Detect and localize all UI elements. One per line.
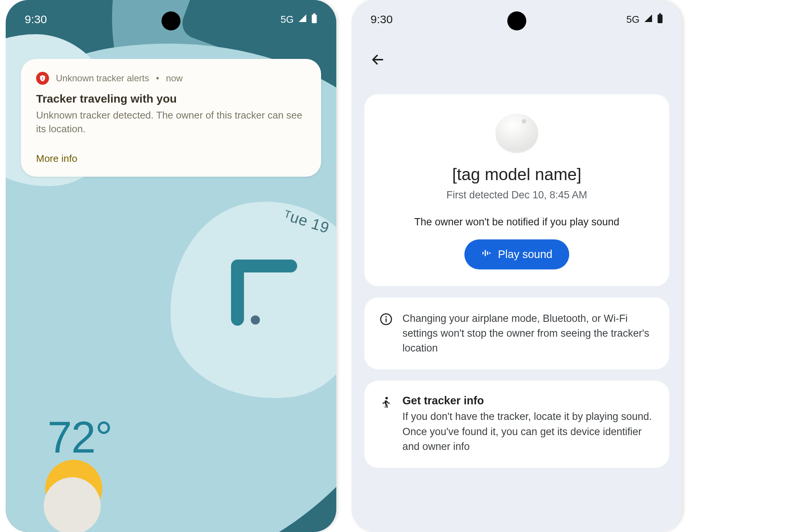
weather-widget[interactable]: 72° xyxy=(48,412,112,517)
tracker-detail-screen: [tag model name] First detected Dec 10, … xyxy=(352,0,682,532)
battery-icon xyxy=(657,13,663,26)
camera-hole xyxy=(507,11,526,30)
svg-point-9 xyxy=(522,119,526,124)
alert-shield-icon xyxy=(36,72,49,85)
clock-date: Tue 19 xyxy=(282,206,331,237)
tag-first-detected: First detected Dec 10, 8:45 AM xyxy=(446,189,587,201)
svg-rect-11 xyxy=(485,250,486,256)
notification-title: Tracker traveling with you xyxy=(36,92,306,105)
info-icon xyxy=(380,313,393,326)
svg-rect-1 xyxy=(313,13,315,14)
notification-header: Unknown tracker alerts • now xyxy=(36,72,306,85)
more-info-button[interactable]: More info xyxy=(36,153,77,165)
play-sound-label: Play sound xyxy=(498,248,553,261)
tag-card: [tag model name] First detected Dec 10, … xyxy=(364,94,669,286)
camera-hole xyxy=(162,11,180,30)
svg-point-2 xyxy=(42,79,43,80)
tag-privacy-note: The owner won't be notified if you play … xyxy=(414,216,619,228)
clock-hand-icon xyxy=(218,243,302,327)
separator-dot: • xyxy=(156,73,159,84)
status-right: 5G xyxy=(280,13,317,26)
phone-left: 9:30 5G Unknown tracker alerts • now Tra… xyxy=(6,0,336,532)
signal-icon xyxy=(298,14,307,25)
arrow-left-icon xyxy=(370,52,385,67)
svg-rect-0 xyxy=(312,14,317,23)
status-right: 5G xyxy=(626,13,663,26)
svg-rect-4 xyxy=(658,14,663,23)
back-button[interactable] xyxy=(370,52,385,68)
svg-point-17 xyxy=(385,397,388,400)
walking-person-icon xyxy=(380,396,393,409)
tracker-notification[interactable]: Unknown tracker alerts • now Tracker tra… xyxy=(21,59,321,177)
network-label: 5G xyxy=(280,14,294,25)
svg-rect-15 xyxy=(386,318,387,322)
sound-wave-icon xyxy=(481,248,492,261)
svg-point-16 xyxy=(385,316,387,318)
weather-temp: 72° xyxy=(48,412,112,463)
signal-icon xyxy=(643,14,653,25)
info-card-settings: Changing your airplane mode, Bluetooth, … xyxy=(364,298,669,369)
play-sound-button[interactable]: Play sound xyxy=(464,239,569,269)
svg-rect-3 xyxy=(42,77,43,79)
battery-icon xyxy=(311,13,317,26)
get-tracker-info-card[interactable]: Get tracker info If you don't have the t… xyxy=(364,381,669,467)
network-label: 5G xyxy=(626,14,640,25)
svg-rect-5 xyxy=(659,13,661,14)
clock-widget[interactable]: Tue 19 xyxy=(169,198,336,395)
sun-icon xyxy=(45,460,102,517)
notification-app: Unknown tracker alerts xyxy=(56,73,149,84)
info-text: If you don't have the tracker, locate it… xyxy=(402,409,654,454)
info-text: Changing your airplane mode, Bluetooth, … xyxy=(402,311,654,356)
notification-body: Unknown tracker detected. The owner of t… xyxy=(36,108,306,136)
svg-rect-10 xyxy=(483,252,484,255)
status-time: 9:30 xyxy=(370,13,393,26)
svg-rect-12 xyxy=(487,251,488,255)
notification-time: now xyxy=(166,73,183,84)
svg-rect-13 xyxy=(489,252,491,254)
info-title: Get tracker info xyxy=(402,394,654,407)
phone-right: 9:30 5G xyxy=(352,0,682,532)
status-time: 9:30 xyxy=(25,13,47,26)
svg-point-8 xyxy=(496,114,538,152)
clock-center-dot xyxy=(251,315,260,325)
tag-model-name: [tag model name] xyxy=(452,165,581,184)
tag-image xyxy=(492,109,541,158)
